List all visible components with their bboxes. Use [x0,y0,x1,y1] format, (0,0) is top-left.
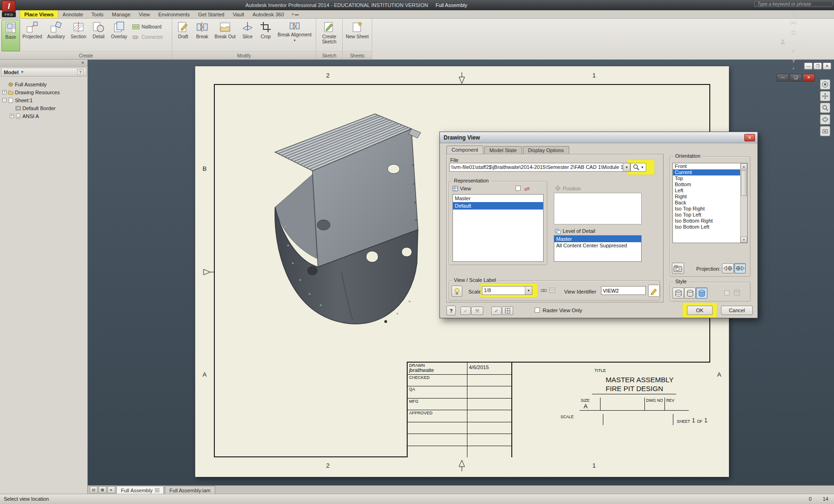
tab-close-icon[interactable]: ✕ [155,488,159,492]
navigation-wheel-icon[interactable] [820,79,830,90]
close-button[interactable]: ✕ [803,74,815,82]
search-icon[interactable] [790,10,797,16]
create-sketch-button[interactable]: Create Sketch [318,20,341,51]
orientation-item[interactable]: Iso Bottom Left [673,224,747,230]
file-browse-button[interactable]: ▼ [630,163,646,172]
grid-toggle[interactable] [502,307,513,315]
edit-view-label-button[interactable] [648,285,660,297]
hidden-line-style-button[interactable] [672,287,684,299]
panel-label-create[interactable]: Create [0,51,172,59]
draft-view-button[interactable]: Draft [174,20,192,51]
list-item-selected[interactable]: Default [453,202,543,210]
ok-button[interactable]: OK [687,306,713,315]
sheet-grid-icon[interactable]: ▦ [99,486,106,493]
doc-close-icon[interactable]: ✕ [823,63,831,70]
scale-visibility-toggle[interactable] [452,286,462,297]
orientation-item-selected[interactable]: Current [673,169,747,175]
tab-annotate[interactable]: Annotate [58,10,87,18]
doc-tab-full-assembly[interactable]: Full Assembly ✕ [116,486,164,494]
overlay-view-button[interactable]: Overlay [108,20,130,51]
scroll-up-icon[interactable]: ▲ [741,163,747,169]
file-combo[interactable]: \\vm-file01\staff2$\jBraithwaite\2014-20… [449,163,630,172]
tab-get-started[interactable]: Get Started [194,10,228,18]
break-alignment-dropdown-icon[interactable]: ▼ [293,38,297,43]
orientation-item[interactable]: Back [673,200,747,206]
tab-view[interactable]: View [134,10,154,18]
sheet-next-icon[interactable]: ▸ [107,486,115,493]
crop-button[interactable]: Crop [257,20,275,51]
browse-dropdown-icon[interactable]: ▼ [641,166,644,169]
pan-icon[interactable] [820,91,830,101]
orientation-item[interactable]: Front [673,163,747,169]
orbit-icon[interactable] [820,114,830,125]
tab-display-options[interactable]: Display Options [523,146,569,154]
tab-environments[interactable]: Environments [154,10,194,18]
slice-button[interactable]: Slice [239,20,256,51]
tree-item-full-assembly[interactable]: Full Assembly [2,80,87,88]
orientation-item[interactable]: Right [673,194,747,200]
tree-item-ansi-a[interactable]: + ANSI A [2,112,87,120]
sign-in-button[interactable]: Sign In ▾ [780,39,807,45]
orientation-list[interactable]: Front Current Top Bottom Left Right Back… [672,163,748,243]
preview-toggle[interactable]: ✓ [491,307,502,315]
expand-icon[interactable]: + [2,90,7,94]
tab-tools[interactable]: Tools [87,10,108,18]
tools-toggle[interactable]: ⚒ [471,307,483,315]
orientation-item[interactable]: Iso Bottom Right [673,218,747,224]
scale-combo[interactable]: 1/8 ▼ [482,286,532,295]
third-angle-projection-button[interactable] [734,263,746,273]
base-view-button[interactable]: Base [1,20,20,51]
tree-item-sheet1[interactable]: − Sheet:1 [2,96,87,104]
view-identifier-input[interactable] [601,286,646,295]
tree-item-default-border[interactable]: Default Border [2,104,87,112]
orientation-item[interactable]: Left [673,188,747,194]
tab-vault[interactable]: Vault [228,10,248,18]
panel-label-sheets[interactable]: Sheets [343,51,372,59]
browser-close-icon[interactable]: ✕ [79,60,86,66]
list-item[interactable]: All Content Center Suppressed [554,242,641,249]
orientation-item[interactable]: Iso Top Left [673,212,747,218]
orientation-scrollbar[interactable]: ▲ ▼ [740,163,747,243]
break-alignment-button[interactable]: Break Alignment ▼ [275,20,314,51]
file-combo-dropdown-icon[interactable]: ▼ [623,163,630,171]
view-representation-list[interactable]: Master Default [452,194,544,262]
scroll-thumb[interactable] [741,170,747,196]
minimize-button[interactable]: — [777,74,789,82]
tab-place-views[interactable]: Place Views [20,10,58,18]
detail-view-button[interactable]: Detail [89,20,108,51]
projected-view-button[interactable]: Projected [21,20,44,51]
look-at-icon[interactable] [820,126,830,136]
favorites-icon[interactable] [790,29,797,35]
dialog-close-icon[interactable]: ✕ [744,134,755,141]
fire-pit-model-view[interactable] [271,109,431,329]
orientation-item[interactable]: Iso Top Right [673,206,747,212]
dialog-help-button[interactable]: ? [446,306,456,315]
raster-view-only-checkbox[interactable] [535,308,540,313]
orientation-item[interactable]: Bottom [673,182,747,188]
expand-icon[interactable]: + [10,114,14,118]
zoom-icon[interactable] [820,103,830,113]
search-input[interactable] [754,1,833,7]
list-item-selected[interactable]: Master [554,236,641,242]
list-item[interactable]: Master [453,195,543,202]
communication-center-icon[interactable] [790,20,797,26]
scroll-down-icon[interactable]: ▼ [741,237,747,243]
new-sheet-button[interactable]: New Sheet [344,20,370,51]
auxiliary-view-button[interactable]: Auxiliary [44,20,68,51]
tab-component[interactable]: Component [446,146,483,154]
nailboard-button[interactable]: Nailboard [132,23,169,30]
panel-label-sketch[interactable]: Sketch [316,51,342,59]
doc-restore-icon[interactable]: ❐ [813,63,822,70]
restore-button[interactable]: ❏ [790,74,802,82]
help-icon[interactable]: ? [790,58,797,63]
drawing-view-dialog[interactable]: Drawing View ✕ Component Model State Dis… [439,132,758,318]
browser-dropdown-icon[interactable]: ▼ [21,70,24,74]
doc-tab-full-assembly-iam[interactable]: Full Assembly.iam [165,486,215,494]
shaded-style-button[interactable] [696,287,707,299]
browser-help-icon[interactable]: ? [77,69,84,75]
tab-model-state[interactable]: Model State [484,146,522,154]
tab-manage[interactable]: Manage [108,10,135,18]
scale-dropdown-icon[interactable]: ▼ [525,287,532,294]
collapse-icon[interactable]: − [2,98,7,102]
view-rep-checkbox[interactable] [516,186,521,191]
